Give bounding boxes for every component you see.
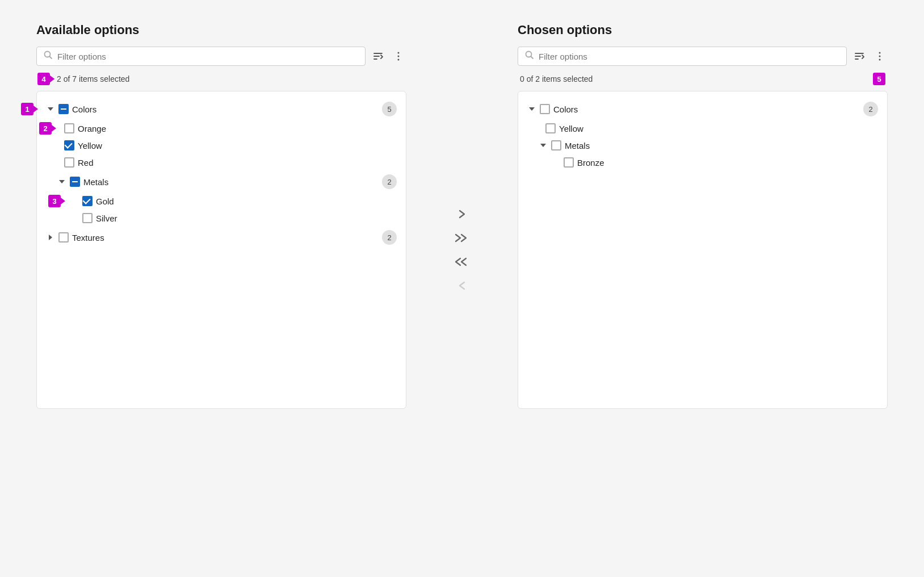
chosen-metals-group[interactable]: Metals — [518, 137, 887, 154]
chosen-yellow-checkbox[interactable] — [545, 123, 556, 133]
available-selection-count: 2 of 7 items selected — [56, 74, 129, 83]
chosen-sort-button[interactable] — [851, 48, 867, 64]
chosen-metals-checkbox[interactable] — [551, 140, 561, 150]
gold-checkbox[interactable] — [82, 196, 93, 206]
chosen-selection-count: 0 of 2 items selected — [519, 74, 593, 83]
available-list-panel: 1 Colors 5 2 Orange — [36, 91, 406, 409]
chosen-yellow-label: Yellow — [559, 124, 878, 133]
annotation-3: 3 — [48, 195, 61, 207]
available-silver-item[interactable]: Silver — [37, 210, 406, 227]
red-checkbox[interactable] — [64, 157, 74, 168]
chosen-metals-label: Metals — [565, 141, 878, 150]
available-filter-row — [36, 47, 406, 66]
chosen-yellow-item[interactable]: Yellow — [518, 120, 887, 137]
metals-chevron[interactable] — [57, 177, 66, 186]
move-all-right-button[interactable] — [452, 229, 472, 246]
svg-point-7 — [398, 59, 400, 61]
available-filter-input[interactable] — [57, 52, 358, 61]
available-yellow-item[interactable]: Yellow — [37, 137, 406, 154]
available-more-button[interactable] — [390, 48, 406, 64]
yellow-label: Yellow — [78, 141, 397, 150]
svg-point-14 — [879, 56, 881, 57]
svg-point-15 — [879, 59, 881, 61]
gold-label: Gold — [96, 196, 397, 206]
chosen-colors-chevron[interactable] — [527, 104, 536, 114]
available-sort-button[interactable] — [370, 48, 386, 64]
chosen-bronze-label: Bronze — [577, 158, 878, 168]
available-colors-group[interactable]: 1 Colors 5 — [37, 98, 406, 120]
orange-label: Orange — [78, 124, 397, 133]
chosen-filter-row — [518, 47, 888, 66]
chosen-list-panel: Colors 2 Yellow Metals Bronze — [518, 91, 888, 409]
colors-badge: 5 — [382, 102, 397, 116]
available-gold-item[interactable]: 3 Gold — [37, 193, 406, 210]
available-filter-wrap[interactable] — [36, 47, 366, 66]
move-all-left-button[interactable] — [452, 253, 472, 270]
textures-label: Textures — [72, 233, 379, 242]
chosen-filter-wrap[interactable] — [518, 47, 847, 66]
yellow-checkbox[interactable] — [64, 140, 74, 150]
annotation-5: 5 — [873, 73, 885, 85]
available-red-item[interactable]: Red — [37, 154, 406, 171]
transfer-column — [452, 23, 472, 409]
chosen-more-button[interactable] — [872, 48, 888, 64]
svg-point-6 — [398, 56, 400, 57]
colors-checkbox[interactable] — [58, 104, 69, 114]
chosen-filter-input[interactable] — [539, 52, 839, 61]
chosen-colors-badge: 2 — [863, 102, 878, 116]
chosen-bronze-item[interactable]: Bronze — [518, 154, 887, 171]
metals-badge: 2 — [382, 174, 397, 189]
chosen-panel: Chosen options — [518, 23, 888, 409]
red-label: Red — [78, 158, 397, 168]
chosen-colors-group[interactable]: Colors 2 — [518, 98, 887, 120]
svg-line-1 — [50, 57, 52, 59]
available-orange-item[interactable]: 2 Orange — [37, 120, 406, 137]
metals-checkbox[interactable] — [70, 177, 80, 187]
chosen-colors-checkbox[interactable] — [540, 104, 550, 114]
textures-badge: 2 — [382, 230, 397, 245]
annotation-1: 1 — [21, 103, 33, 115]
move-left-button[interactable] — [453, 277, 471, 294]
main-container: Available options — [36, 23, 888, 409]
available-panel: Available options — [36, 23, 406, 409]
available-textures-group[interactable]: Textures 2 — [37, 227, 406, 248]
silver-checkbox[interactable] — [82, 213, 93, 223]
orange-checkbox[interactable] — [64, 123, 74, 133]
colors-chevron[interactable] — [46, 104, 55, 114]
available-metals-group[interactable]: Metals 2 — [37, 171, 406, 193]
chosen-colors-label: Colors — [553, 104, 860, 114]
chosen-title: Chosen options — [518, 23, 888, 37]
svg-point-5 — [398, 52, 400, 54]
move-right-button[interactable] — [453, 206, 471, 223]
svg-line-9 — [531, 57, 534, 59]
colors-label: Colors — [72, 104, 379, 114]
annotation-2: 2 — [39, 122, 52, 135]
textures-checkbox[interactable] — [58, 232, 69, 242]
chosen-metals-chevron[interactable] — [539, 141, 548, 150]
available-search-icon — [44, 51, 53, 62]
chosen-search-icon — [525, 51, 534, 62]
silver-label: Silver — [96, 214, 397, 223]
available-title: Available options — [36, 23, 406, 37]
svg-point-13 — [879, 52, 881, 54]
chosen-bronze-checkbox[interactable] — [564, 157, 574, 168]
metals-label: Metals — [83, 177, 379, 187]
annotation-4: 4 — [37, 73, 50, 85]
textures-chevron[interactable] — [46, 233, 55, 242]
